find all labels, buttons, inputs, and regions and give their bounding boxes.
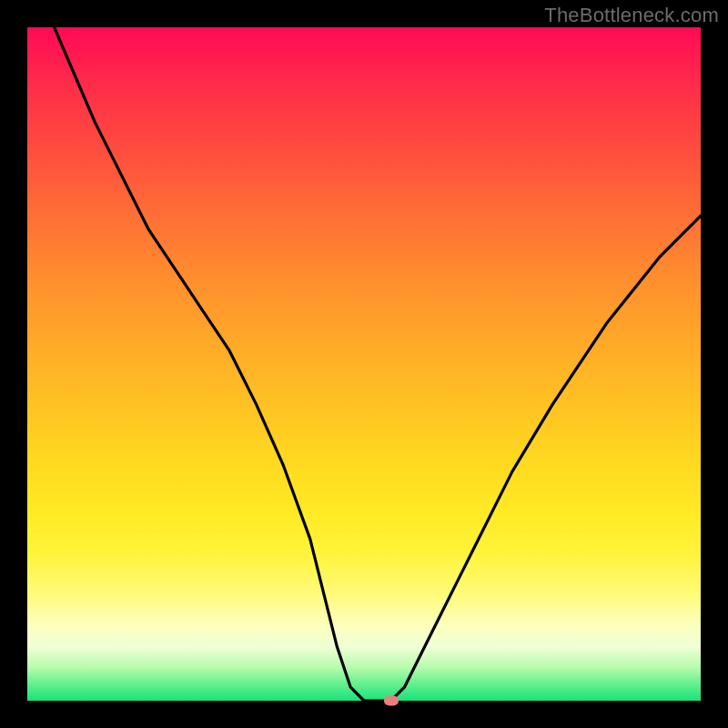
curve-path: [55, 27, 701, 701]
bottleneck-curve: [27, 27, 701, 701]
watermark-text: TheBottleneck.com: [544, 4, 719, 27]
chart-frame: TheBottleneck.com: [0, 0, 728, 728]
plot-area: [27, 27, 701, 701]
optimum-marker: [384, 696, 399, 706]
